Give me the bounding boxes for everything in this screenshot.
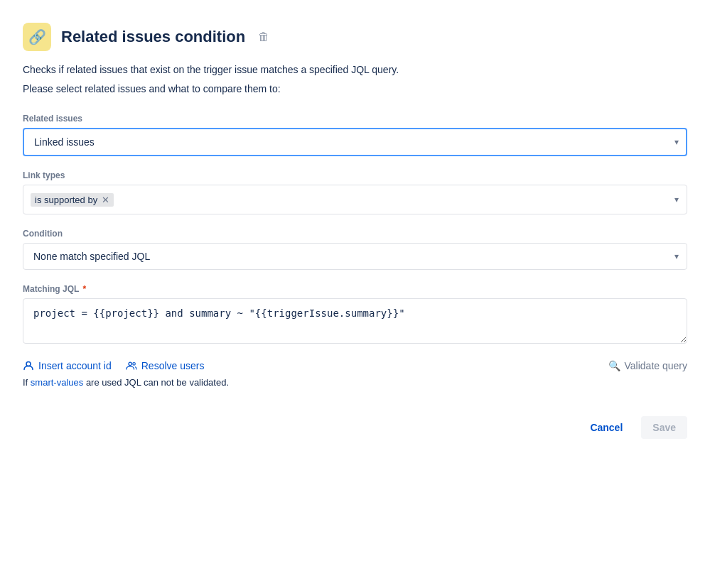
matching-jql-label: Matching JQL * (23, 284, 687, 294)
account-icon (23, 360, 34, 371)
link-types-multiselect[interactable]: is supported by ✕ (23, 185, 687, 214)
matching-jql-textarea[interactable] (23, 298, 687, 344)
link-types-label: Link types (23, 170, 687, 180)
description-line2: Please select related issues and what to… (23, 82, 687, 97)
related-issues-label: Related issues (23, 114, 687, 124)
insert-account-id-button[interactable]: Insert account id (23, 360, 112, 371)
condition-label: Condition (23, 229, 687, 239)
resolve-users-label: Resolve users (141, 360, 205, 371)
link-types-field: Link types is supported by ✕ ▾ (23, 170, 687, 214)
search-icon: 🔍 (608, 360, 620, 371)
svg-point-1 (129, 362, 131, 365)
link-icon: 🔗 (28, 28, 46, 45)
svg-point-0 (26, 362, 31, 366)
required-indicator: * (82, 284, 86, 294)
related-issues-field: Related issues Linked issues Sub-tasks P… (23, 114, 687, 156)
validate-query-button[interactable]: 🔍 Validate query (608, 360, 687, 371)
actions-row: Insert account id Resolve users 🔍 Valida… (23, 360, 687, 371)
link-type-remove-icon[interactable]: ✕ (102, 195, 109, 205)
description-line1: Checks if related issues that exist on t… (23, 62, 687, 77)
condition-select-wrapper: All match specified JQL Any match specif… (23, 243, 687, 270)
header-icon: 🔗 (23, 23, 51, 51)
cancel-button[interactable]: Cancel (579, 416, 634, 439)
validate-query-label: Validate query (625, 360, 687, 371)
smart-values-note: If smart-values are used JQL can not be … (23, 377, 687, 388)
header: 🔗 Related issues condition 🗑 (23, 23, 687, 51)
resolve-users-button[interactable]: Resolve users (126, 360, 205, 371)
related-issues-select[interactable]: Linked issues Sub-tasks Parent issue Epi… (23, 128, 687, 156)
link-types-select-wrapper: is supported by ✕ ▾ (23, 185, 687, 214)
link-type-tag-label: is supported by (35, 195, 97, 205)
matching-jql-field: Matching JQL * (23, 284, 687, 346)
main-container: 🔗 Related issues condition 🗑 Checks if r… (0, 0, 710, 588)
condition-field: Condition All match specified JQL Any ma… (23, 229, 687, 270)
link-type-tag: is supported by ✕ (31, 193, 114, 207)
footer-buttons: Cancel Save (23, 416, 687, 439)
page-title: Related issues condition (61, 28, 245, 46)
users-icon (126, 360, 137, 371)
insert-account-id-label: Insert account id (38, 360, 112, 371)
related-issues-select-wrapper: Linked issues Sub-tasks Parent issue Epi… (23, 128, 687, 156)
actions-left: Insert account id Resolve users (23, 360, 204, 371)
condition-select[interactable]: All match specified JQL Any match specif… (23, 243, 687, 270)
smart-values-link[interactable]: smart-values (31, 377, 83, 388)
actions-right: 🔍 Validate query (608, 360, 687, 371)
save-button[interactable]: Save (641, 416, 687, 439)
delete-icon[interactable]: 🗑 (258, 31, 269, 43)
svg-point-2 (133, 363, 136, 366)
